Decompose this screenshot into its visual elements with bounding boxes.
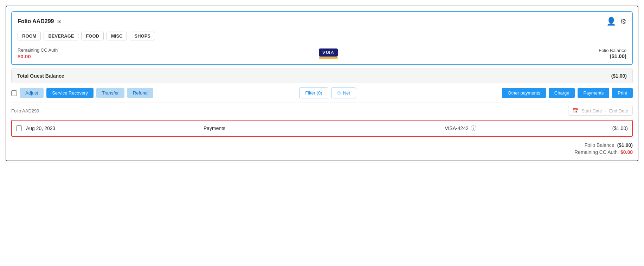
folio-title-area: Folio AAD299 ✉ <box>18 18 62 25</box>
row-type: Payments <box>94 125 335 131</box>
action-bar-center: Filter (0) ☉ Net <box>299 87 356 98</box>
tab-shops[interactable]: SHOPS <box>130 32 155 40</box>
folio-footer-summary: Folio Balance ($1.00) Remaining CC Auth … <box>6 138 638 161</box>
calendar-icon: 📅 <box>573 108 579 113</box>
adjust-button[interactable]: Adjust <box>20 88 44 98</box>
action-bar: Adjust Service Recovery Transfer Refund … <box>6 83 638 103</box>
visa-stripe <box>319 57 338 59</box>
cc-auth-label: Remaining CC Auth <box>18 47 58 53</box>
transfer-button[interactable]: Transfer <box>96 88 124 98</box>
folio-card-header: Folio AAD299 ✉ 👤 ⚙ <box>18 17 626 26</box>
person-icon[interactable]: 👤 <box>606 17 616 26</box>
tab-food[interactable]: FOOD <box>81 32 104 40</box>
row-checkbox[interactable] <box>16 125 22 131</box>
date-range-filter[interactable]: 📅 Start Date - End Date <box>568 106 633 116</box>
folio-balance-section: Folio Balance ($1.00) <box>599 48 626 59</box>
other-payments-button[interactable]: Other payments <box>502 88 546 98</box>
cc-auth-value: $0.00 <box>18 53 58 59</box>
folio-tabs: ROOM BEVERAGE FOOD MISC SHOPS <box>18 32 626 40</box>
folio-table-title: Folio AAD299 <box>11 108 39 113</box>
row-card: VISA-4242 i <box>340 125 581 131</box>
footer-cc-auth-value: $0.00 <box>620 149 633 155</box>
footer-balance-row: Folio Balance ($1.00) <box>11 142 633 148</box>
total-balance-bar: Total Guest Balance ($1.00) <box>11 69 633 83</box>
tab-beverage[interactable]: BEVERAGE <box>44 32 78 40</box>
payments-button[interactable]: Payments <box>578 88 609 98</box>
folio-title: Folio AAD299 <box>18 18 54 25</box>
tab-room[interactable]: ROOM <box>18 32 41 40</box>
filter-button[interactable]: Filter (0) <box>299 87 328 98</box>
folio-balance-label: Folio Balance <box>599 48 626 53</box>
date-separator: - <box>605 108 606 113</box>
charge-button[interactable]: Charge <box>549 88 575 98</box>
select-all-checkbox[interactable] <box>11 90 17 96</box>
folio-table-header: Folio AAD299 📅 Start Date - End Date <box>11 103 633 118</box>
folio-table-area: Folio AAD299 📅 Start Date - End Date Aug… <box>6 103 638 137</box>
email-icon: ✉ <box>57 19 62 24</box>
action-bar-right: Other payments Charge Payments Print <box>502 88 633 98</box>
header-icons: 👤 ⚙ <box>606 17 626 26</box>
info-icon[interactable]: i <box>471 125 476 131</box>
visa-card-wrapper: VISA <box>319 48 338 59</box>
gear-icon[interactable]: ⚙ <box>620 17 626 26</box>
total-balance-amount: ($1.00) <box>611 73 627 79</box>
visa-text: VISA <box>322 50 334 55</box>
footer-balance-amount: ($1.00) <box>617 142 633 148</box>
table-row[interactable]: Aug 20, 2023 Payments VISA-4242 i ($1.00… <box>11 120 633 137</box>
footer-cc-auth-label: Remaining CC Auth <box>574 149 618 155</box>
visa-card: VISA <box>319 48 338 57</box>
row-date: Aug 20, 2023 <box>26 125 89 131</box>
start-date-placeholder: Start Date <box>581 108 602 113</box>
net-check-icon: ☉ <box>337 90 341 96</box>
footer-cc-auth-row: Remaining CC Auth $0.00 <box>11 149 633 155</box>
service-recovery-button[interactable]: Service Recovery <box>46 88 94 98</box>
cc-auth-section: Remaining CC Auth $0.00 <box>18 47 58 59</box>
total-balance-label: Total Guest Balance <box>17 73 64 79</box>
refund-button[interactable]: Refund <box>127 88 153 98</box>
end-date-placeholder: End Date <box>609 108 628 113</box>
folio-balance-row: Remaining CC Auth $0.00 VISA Folio Balan… <box>18 47 626 59</box>
folio-card: Folio AAD299 ✉ 👤 ⚙ ROOM BEVERAGE FOOD MI… <box>11 11 633 65</box>
main-container: Folio AAD299 ✉ 👤 ⚙ ROOM BEVERAGE FOOD MI… <box>6 6 638 161</box>
net-label: Net <box>343 90 350 96</box>
print-button[interactable]: Print <box>612 88 633 98</box>
action-bar-left: Adjust Service Recovery Transfer Refund <box>11 88 153 98</box>
net-button[interactable]: ☉ Net <box>331 87 356 98</box>
row-amount: ($1.00) <box>586 125 628 131</box>
folio-balance-amount: ($1.00) <box>610 53 626 59</box>
footer-balance-label: Folio Balance <box>585 142 614 148</box>
tab-misc[interactable]: MISC <box>107 32 127 40</box>
row-card-text: VISA-4242 <box>445 125 469 131</box>
